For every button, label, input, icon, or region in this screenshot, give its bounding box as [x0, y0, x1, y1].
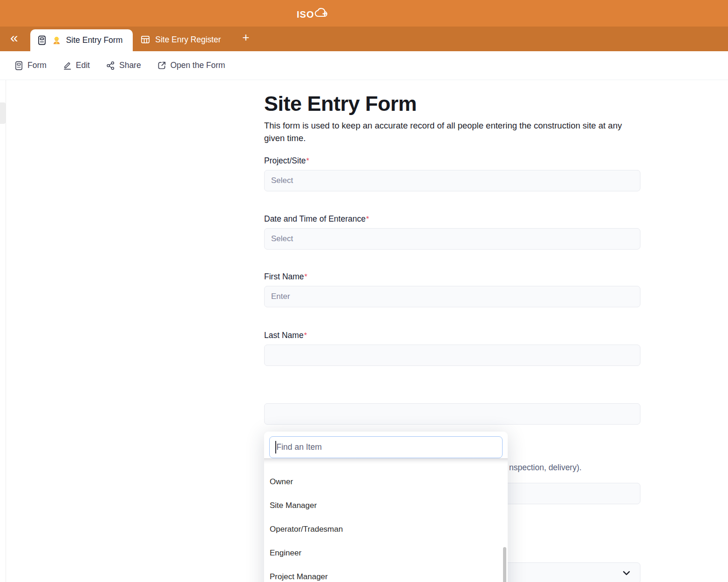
top-header: ISO: [0, 0, 728, 27]
logo-text: ISO: [297, 10, 314, 19]
field-label: Last Name: [264, 331, 304, 340]
required-marker: *: [305, 273, 307, 281]
toolbar-label: Open the Form: [170, 61, 225, 70]
field-partially-hidden: [264, 403, 640, 425]
dropdown-shadow-divider: [264, 458, 508, 470]
content-area: Site Entry Form This form is used to kee…: [0, 80, 728, 582]
field-date-time-entrance: Date and Time of Enterance*: [264, 214, 640, 250]
dropdown-item-operator-tradesman[interactable]: Operator/Tradesman: [264, 517, 508, 541]
search-placeholder: Find an Item: [277, 442, 322, 452]
first-name-input[interactable]: [264, 286, 640, 307]
toolbar-label: Form: [27, 61, 47, 70]
toolbar-share-button[interactable]: Share: [106, 61, 141, 71]
field-last-name: Last Name*: [264, 330, 640, 366]
table-icon: [140, 34, 150, 45]
toolbar-label: Edit: [76, 61, 90, 70]
tab-bar: « Site Entry Form: [0, 27, 728, 51]
dropdown-item-site-manager[interactable]: Site Manager: [264, 494, 508, 517]
field-first-name: First Name*: [264, 271, 640, 307]
dropdown-item-project-manager[interactable]: Project Manager: [264, 565, 508, 582]
brand-logo: ISO: [297, 6, 330, 20]
item-dropdown-panel: Find an Item Owner Site Manager Operator…: [264, 432, 508, 582]
form-icon: [14, 61, 24, 71]
field-project-site: Project/Site*: [264, 156, 640, 191]
app-window: ISO «: [0, 0, 728, 582]
last-name-input[interactable]: [264, 345, 640, 366]
date-time-entrance-input[interactable]: [264, 228, 640, 250]
external-link-icon: [157, 61, 167, 70]
text-cursor: [275, 441, 276, 453]
sidebar-drag-handle[interactable]: [0, 102, 6, 124]
required-marker: *: [304, 332, 307, 339]
tab-site-entry-register[interactable]: Site Enry Register: [133, 34, 229, 51]
dropdown-list: Owner Site Manager Operator/Tradesman En…: [264, 470, 508, 582]
required-marker: *: [306, 157, 309, 165]
toolbar-open-form-button[interactable]: Open the Form: [157, 61, 225, 70]
page-title: Site Entry Form: [264, 92, 640, 116]
share-icon: [106, 61, 116, 71]
pencil-icon: [62, 61, 72, 70]
collapse-sidebar-button[interactable]: «: [0, 31, 25, 47]
dropdown-item-owner[interactable]: Owner: [264, 470, 508, 494]
required-marker: *: [366, 215, 369, 223]
tab-label: Site Enry Register: [155, 35, 221, 45]
chevron-down-icon: [622, 568, 631, 578]
construction-worker-icon: [52, 35, 61, 45]
form-description: This form is used to keep an accurate re…: [264, 119, 637, 144]
form-icon: [37, 35, 47, 46]
toolbar-form-button[interactable]: Form: [14, 61, 47, 71]
dropdown-search-input[interactable]: Find an Item: [269, 436, 503, 458]
left-sidebar-rail: [0, 80, 6, 582]
field-label: Date and Time of Enterance: [264, 214, 366, 223]
add-tab-button[interactable]: +: [229, 30, 256, 51]
dropdown-scrollbar-thumb[interactable]: [503, 547, 506, 582]
toolbar-edit-button[interactable]: Edit: [62, 61, 90, 70]
text-input[interactable]: [264, 403, 640, 425]
field-label: Project/Site: [264, 156, 306, 165]
dropdown-item-engineer[interactable]: Engineer: [264, 541, 508, 565]
project-site-input[interactable]: [264, 170, 640, 191]
tab-site-entry-form[interactable]: Site Entry Form: [30, 29, 133, 51]
cloud-plus-logo-icon: [314, 6, 330, 20]
tab-label: Site Entry Form: [66, 35, 123, 45]
toolbar: Form Edit Share: [0, 51, 728, 80]
field-label: First Name: [264, 272, 304, 281]
toolbar-label: Share: [119, 61, 141, 70]
